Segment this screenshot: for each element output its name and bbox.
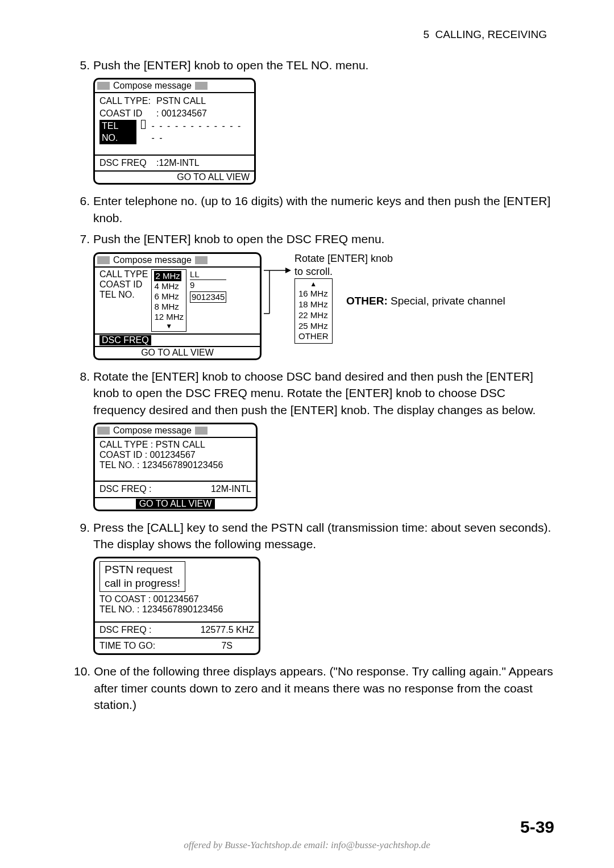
field-value: : 001234567 <box>156 107 207 120</box>
scroll-hint: Rotate [ENTER] knob to scroll. <box>294 252 393 279</box>
step-text: Press the [CALL] key to send the PSTN ca… <box>93 519 557 553</box>
step-8: 8. Rotate the [ENTER] knob to choose DSC… <box>74 368 557 418</box>
page-footer: offered by Busse-Yachtshop.de email: inf… <box>0 840 614 851</box>
title-decor-icon <box>195 82 208 90</box>
lcd-row: TEL NO. : 1234567890123456 <box>99 460 251 470</box>
other-note-bold: OTHER: <box>346 295 388 307</box>
scroll-option: OTHER <box>298 331 329 342</box>
other-note: OTHER: Special, private channel <box>346 294 505 308</box>
step-num: 5. <box>74 57 93 73</box>
placeholder-dashes: - - - - - - - - - - - - - - <box>152 120 250 144</box>
field-value: 12M-INTL <box>211 483 251 495</box>
title-decor-icon <box>97 82 110 90</box>
lcd-footer: GO TO ALL VIEW <box>95 170 254 183</box>
field-label: DSC FREQ <box>99 157 152 169</box>
dropdown-option: 4 MHz <box>154 281 184 291</box>
step-6: 6. Enter telephone no. (up to 16 digits)… <box>74 193 557 226</box>
msg-line: PSTN request <box>105 564 172 575</box>
arrow-down-icon: ▼ <box>154 322 184 330</box>
lcd2-group: Compose message CALL TYPE COAST ID TEL N… <box>93 252 557 360</box>
obscured-text: LL 9 9012345 <box>190 269 226 303</box>
lcd-compose-2: Compose message CALL TYPE COAST ID TEL N… <box>93 252 262 360</box>
lcd-pstn-request: PSTN request call in progress! TO COAST … <box>93 557 260 655</box>
arrow-up-icon: ▲ <box>298 280 329 289</box>
step-10: 10. One of the following three displays … <box>74 663 557 713</box>
freq-dropdown: 2 MHz 4 MHz 6 MHz 8 MHz 12 MHz ▼ <box>151 269 186 332</box>
field-label: CALL TYPE: <box>99 95 152 107</box>
field-label: TIME TO GO: <box>99 640 155 652</box>
field-label: COAST ID <box>99 107 152 120</box>
scroll-option: 22 MHz <box>298 310 329 321</box>
field-value: 12577.5 KHZ <box>201 624 254 636</box>
dropdown-option: 12 MHz <box>154 312 184 322</box>
step-num: 7. <box>74 231 93 247</box>
scroll-panel: ▲ 16 MHz 18 MHz 22 MHz 25 MHz OTHER <box>294 278 333 344</box>
step-text: One of the following three displays appe… <box>94 663 557 713</box>
step-text: Push the [ENTER] knob to open the TEL NO… <box>93 57 557 73</box>
field-label: COAST ID <box>99 279 148 290</box>
lcd-row: CALL TYPE : PSTN CALL <box>99 440 251 450</box>
lcd-row: COAST ID : 001234567 <box>99 450 251 460</box>
selected-field: DSC FREQ <box>99 335 151 345</box>
chapter-title: CALLING, RECEIVING <box>435 28 547 40</box>
telno-row: TEL NO. - - - - - - - - - - - - - - <box>99 120 250 144</box>
lcd-title: Compose message <box>95 80 254 93</box>
step-num: 9. <box>74 519 93 553</box>
scroll-group: Rotate [ENTER] knob to scroll. ▲ 16 MHz … <box>294 252 505 344</box>
page-header: 5 CALLING, RECEIVING <box>74 28 557 41</box>
step-num: 6. <box>74 193 93 226</box>
svg-marker-1 <box>285 268 291 273</box>
title-decor-icon <box>97 256 110 264</box>
lcd-row: TO COAST : 001234567 <box>99 594 254 604</box>
field-value: 7S <box>221 640 254 652</box>
step-text: Push the [ENTER] knob to open the DSC FR… <box>93 231 557 247</box>
lcd-compose-1: Compose message CALL TYPE:PSTN CALL COAS… <box>93 78 256 185</box>
field-labels-col: CALL TYPE COAST ID TEL NO. <box>99 269 148 317</box>
lcd-footer: GO TO ALL VIEW <box>95 346 260 358</box>
step-9: 9. Press the [CALL] key to send the PSTN… <box>74 519 557 553</box>
scroll-option: 25 MHz <box>298 321 329 332</box>
frag: LL <box>190 269 226 280</box>
lcd-title-text: Compose message <box>113 255 192 265</box>
dropdown-option: 8 MHz <box>154 302 184 312</box>
lcd-title: Compose message <box>95 424 256 438</box>
step-num: 8. <box>74 368 93 418</box>
title-decor-icon <box>195 427 208 435</box>
step-text: Enter telephone no. (up to 16 digits) wi… <box>93 193 557 226</box>
message-box: PSTN request call in progress! <box>99 561 185 592</box>
selected-field: TEL NO. <box>99 120 136 144</box>
field-value: :12M-INTL <box>156 157 200 169</box>
field-label: DSC FREQ : <box>99 483 152 495</box>
page-number: 5-39 <box>520 817 554 837</box>
dropdown-option: 6 MHz <box>154 291 184 302</box>
step-5: 5. Push the [ENTER] knob to open the TEL… <box>74 57 557 73</box>
step-num: 10. <box>74 663 94 713</box>
field-label: CALL TYPE <box>99 269 148 279</box>
msg-line: call in progress! <box>105 577 180 589</box>
step-text: Rotate the [ENTER] knob to choose DSC ba… <box>93 368 557 418</box>
lcd-compose-3: Compose message CALL TYPE : PSTN CALL CO… <box>93 423 258 511</box>
lcd-title: Compose message <box>95 254 260 268</box>
frag-box: 9012345 <box>190 291 226 303</box>
lcd-footer: GO TO ALL VIEW <box>95 497 256 510</box>
scroll-option: 16 MHz <box>298 289 329 299</box>
field-label: TEL NO. <box>99 290 148 300</box>
dropdown-selected: 2 MHz <box>154 271 181 281</box>
other-note-rest: Special, private channel <box>388 295 505 307</box>
field-value: PSTN CALL <box>156 95 206 107</box>
title-decor-icon <box>195 256 208 264</box>
lcd-row: TEL NO. : 1234567890123456 <box>99 604 254 615</box>
lcd-title-text: Compose message <box>113 81 192 91</box>
selected-footer: GO TO ALL VIEW <box>136 499 215 509</box>
step-7: 7. Push the [ENTER] knob to open the DSC… <box>74 231 557 247</box>
scroll-option: 18 MHz <box>298 299 329 310</box>
frag: 9 <box>190 280 226 290</box>
lcd-title-text: Compose message <box>113 425 192 436</box>
arrow-right-icon <box>264 252 292 320</box>
field-label: DSC FREQ : <box>99 624 152 636</box>
title-decor-icon <box>97 427 110 435</box>
page: 5 CALLING, RECEIVING 5. Push the [ENTER]… <box>0 0 614 868</box>
chapter-num: 5 <box>423 28 429 40</box>
cursor-icon <box>141 120 146 129</box>
